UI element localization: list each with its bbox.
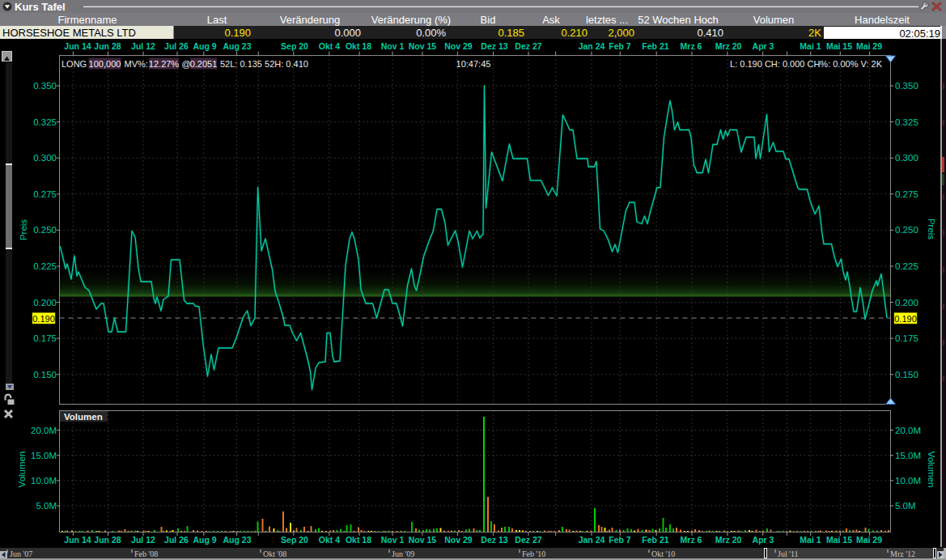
- svg-text:Jan 24: Jan 24: [579, 41, 605, 51]
- svg-text:Jan 24: Jan 24: [579, 535, 605, 545]
- svg-text:0.225: 0.225: [895, 261, 918, 271]
- svg-text:10:47:45: 10:47:45: [456, 59, 491, 69]
- svg-text:Jul '11: Jul '11: [778, 549, 799, 558]
- svg-text:Jul 26: Jul 26: [164, 41, 189, 51]
- svg-text:0.350: 0.350: [33, 81, 57, 91]
- svg-text:MV%:: MV%:: [125, 59, 148, 69]
- svg-text:Jun 14: Jun 14: [64, 41, 91, 51]
- svg-text:Jul 12: Jul 12: [131, 41, 155, 51]
- svg-text:Nov 1: Nov 1: [381, 41, 405, 51]
- svg-text:Aug 23: Aug 23: [223, 535, 251, 545]
- svg-text:20.0M: 20.0M: [31, 426, 57, 435]
- svg-text:5.0M: 5.0M: [36, 501, 57, 511]
- svg-text:Mrz 20: Mrz 20: [715, 535, 742, 545]
- svg-text:Preis: Preis: [19, 219, 28, 240]
- svg-text:Dez 27: Dez 27: [515, 41, 541, 51]
- svg-text:Jul 12: Jul 12: [131, 535, 155, 545]
- svg-text:Okt '08: Okt '08: [263, 549, 286, 558]
- svg-text:100,000: 100,000: [89, 59, 121, 69]
- svg-text:Feb '08: Feb '08: [134, 549, 158, 558]
- svg-text:0.275: 0.275: [33, 189, 57, 199]
- svg-text:Okt 4: Okt 4: [319, 535, 340, 545]
- svg-text:Mai 15: Mai 15: [826, 535, 852, 545]
- svg-text:Mai 29: Mai 29: [856, 41, 882, 51]
- svg-text:Dez 13: Dez 13: [481, 535, 507, 545]
- svg-text:Volumen: Volumen: [17, 452, 27, 488]
- svg-text:Sep 20: Sep 20: [281, 41, 308, 51]
- svg-text:Aug 23: Aug 23: [223, 41, 251, 51]
- svg-text:Nov 1: Nov 1: [381, 535, 405, 545]
- svg-text:0.325: 0.325: [33, 117, 57, 127]
- svg-text:15.0M: 15.0M: [31, 451, 57, 460]
- svg-text:Okt '10: Okt '10: [651, 549, 675, 558]
- svg-text:0.200: 0.200: [33, 298, 57, 308]
- svg-text:Nov 29: Nov 29: [444, 535, 473, 545]
- svg-text:Jul 26: Jul 26: [164, 535, 189, 545]
- svg-text:0.190: 0.190: [894, 314, 917, 324]
- svg-text:Jun '09: Jun '09: [392, 549, 414, 558]
- svg-text:Nov 29: Nov 29: [444, 41, 473, 51]
- svg-text:Feb 21: Feb 21: [642, 535, 668, 545]
- svg-text:Jun 28: Jun 28: [94, 535, 121, 545]
- svg-text:Feb 7: Feb 7: [609, 535, 631, 545]
- svg-text:Feb '10: Feb '10: [522, 549, 545, 558]
- svg-text:0.200: 0.200: [895, 298, 918, 308]
- svg-text:0.350: 0.350: [895, 81, 918, 91]
- svg-text:Volumen: Volumen: [64, 412, 103, 422]
- svg-text:0.300: 0.300: [33, 153, 57, 163]
- svg-text:Preis: Preis: [927, 218, 936, 240]
- svg-text:Nov 15: Nov 15: [409, 41, 437, 51]
- svg-text:L: 0.190 CH: 0.000 CH%: 0.00%: L: 0.190 CH: 0.000 CH%: 0.00% V: 2K: [730, 59, 883, 69]
- svg-text:0.175: 0.175: [33, 333, 57, 343]
- svg-text:Dez 13: Dez 13: [481, 41, 507, 51]
- svg-text:Jun 14: Jun 14: [64, 535, 91, 545]
- svg-text:0.150: 0.150: [895, 370, 918, 380]
- svg-text:0.275: 0.275: [895, 189, 918, 199]
- svg-text:10.0M: 10.0M: [895, 476, 921, 486]
- svg-text:Mrz '12: Mrz '12: [890, 549, 915, 558]
- svg-text:Mai 15: Mai 15: [826, 41, 852, 51]
- svg-text:Jun 28: Jun 28: [94, 41, 121, 51]
- svg-text:Mrz 6: Mrz 6: [681, 41, 702, 51]
- svg-text:0.225: 0.225: [33, 261, 57, 271]
- svg-text:Jun '07: Jun '07: [10, 549, 32, 558]
- svg-text:Mai 1: Mai 1: [800, 535, 821, 545]
- svg-text:Dez 27: Dez 27: [515, 535, 541, 545]
- svg-text:0.150: 0.150: [33, 370, 57, 380]
- svg-text:0.300: 0.300: [895, 153, 918, 163]
- svg-text:Sep 20: Sep 20: [281, 535, 308, 545]
- svg-text:Mrz 6: Mrz 6: [681, 535, 702, 545]
- svg-text:Nov 15: Nov 15: [409, 535, 437, 545]
- svg-text:10.0M: 10.0M: [31, 476, 57, 486]
- svg-text:20.0M: 20.0M: [895, 426, 921, 435]
- svg-text:0.250: 0.250: [33, 225, 57, 235]
- svg-text:Okt 18: Okt 18: [346, 535, 371, 545]
- svg-text:0.175: 0.175: [895, 333, 918, 343]
- svg-text:Feb 7: Feb 7: [609, 41, 631, 51]
- svg-text:Aug 9: Aug 9: [193, 535, 216, 545]
- svg-text:Apr 3: Apr 3: [753, 41, 774, 51]
- svg-text:0.325: 0.325: [895, 117, 918, 127]
- svg-text:0.250: 0.250: [895, 225, 918, 235]
- svg-text:Volumen: Volumen: [927, 452, 936, 488]
- svg-text:0.2051: 0.2051: [190, 59, 218, 69]
- svg-text:5.0M: 5.0M: [895, 501, 916, 511]
- svg-text:15.0M: 15.0M: [895, 451, 921, 460]
- svg-text:12.27%: 12.27%: [149, 59, 180, 69]
- svg-text:Okt 4: Okt 4: [319, 41, 340, 51]
- svg-text:Mrz 20: Mrz 20: [715, 41, 742, 51]
- svg-text:0.190: 0.190: [32, 314, 55, 324]
- svg-text:Feb 21: Feb 21: [642, 41, 668, 51]
- svg-text:Mai 1: Mai 1: [800, 41, 821, 51]
- svg-text:Mai 29: Mai 29: [856, 535, 882, 545]
- svg-text:Aug 9: Aug 9: [193, 41, 216, 51]
- svg-text:Apr 3: Apr 3: [753, 535, 774, 545]
- svg-text:LONG: LONG: [62, 59, 87, 69]
- svg-text:Okt 18: Okt 18: [346, 41, 371, 51]
- svg-text:52L: 0.135 52H: 0.410: 52L: 0.135 52H: 0.410: [220, 59, 308, 69]
